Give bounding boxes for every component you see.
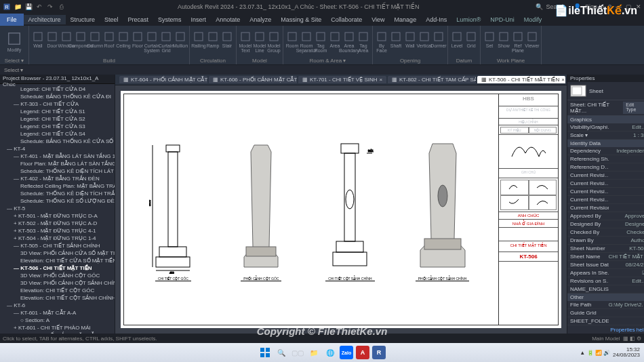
- prop-row[interactable]: Current Revisi…: [567, 188, 644, 196]
- prop-value[interactable]: [609, 310, 645, 316]
- tray-date[interactable]: 24/08/2023: [613, 353, 640, 358]
- ribbon-set[interactable]: Set: [483, 31, 496, 54]
- tree-item[interactable]: + KT-503 - MẶT ĐỨNG TRỤC 4-1: [0, 227, 115, 235]
- tree-item[interactable]: — KT-402 - MẶT BẰNG TRẦN ĐÈN: [0, 175, 115, 182]
- prop-value[interactable]: [609, 318, 645, 324]
- maximize-icon[interactable]: ▢: [626, 3, 632, 10]
- ribbon-wall[interactable]: Wall: [404, 31, 416, 54]
- tree-item[interactable]: Schedule: THỐNG KÊ DIỆN TÍCH TRẦN TẦNG: [0, 190, 115, 197]
- ribbon-by-face[interactable]: By Face: [376, 31, 388, 54]
- tree-item[interactable]: Schedule: BẢNG THỐNG KÊ CỬA ĐI: [0, 93, 115, 100]
- minimize-icon[interactable]: —: [616, 3, 622, 10]
- tree-item[interactable]: Schedule: THỐNG KÊ SỐ LƯỢNG ĐÈN: [0, 197, 115, 205]
- prop-value[interactable]: Approver: [609, 213, 645, 219]
- prop-value[interactable]: Designer: [609, 221, 645, 227]
- tab-collaborate[interactable]: Collaborate: [326, 15, 367, 24]
- prop-row[interactable]: Visibility/Graphi…Edit…: [567, 123, 644, 132]
- drawing-viewport[interactable]: PHỐI CẢNH CỘT GÓC: [234, 138, 288, 281]
- tab-insert[interactable]: Insert: [186, 15, 212, 24]
- taskbar-zalo-icon[interactable]: Zalo: [340, 346, 353, 359]
- tree-item[interactable]: Legend: CHI TIẾT CỬA S4: [0, 130, 115, 138]
- ribbon-grid[interactable]: Grid: [465, 31, 477, 54]
- prop-group[interactable]: Other: [567, 294, 644, 301]
- tree-item[interactable]: 3D View: PHỐI CẢNH CỬA SỔ MẶT TIỀN: [0, 249, 115, 257]
- prop-row[interactable]: Appears In She…☑: [567, 269, 644, 277]
- prop-value[interactable]: Edit…: [609, 124, 645, 130]
- prop-row[interactable]: Referencing Sh…: [567, 155, 644, 163]
- tab-addins[interactable]: Add-Ins: [421, 15, 451, 24]
- properties-help[interactable]: Properties help: [567, 325, 644, 334]
- prop-value[interactable]: [609, 180, 645, 186]
- ribbon-stair[interactable]: Stair: [221, 31, 233, 54]
- tree-item[interactable]: Legend: CHI TIẾT CỬA S3: [0, 123, 115, 130]
- prop-row[interactable]: Scale ▾1 : 30: [567, 132, 644, 140]
- ribbon-viewer[interactable]: Viewer: [526, 31, 538, 54]
- prop-row[interactable]: Sheet Issue Date08/24/23: [567, 261, 644, 269]
- ribbon-vertical[interactable]: Vertical: [418, 31, 430, 54]
- type-selector[interactable]: Sheet: [567, 82, 644, 100]
- ribbon-ref-plane[interactable]: Ref Plane: [512, 31, 524, 54]
- tree-item[interactable]: — KT-506 - CHI TIẾT MẶT TIỀN: [0, 264, 115, 272]
- view-tab[interactable]: ▦KT-604 - PHỐI CẢNH MẶT CẮT B-B×: [119, 76, 207, 83]
- ribbon-component[interactable]: Component: [75, 31, 87, 54]
- ribbon-model-group[interactable]: Model Group: [268, 31, 280, 54]
- ribbon-column[interactable]: Column: [89, 31, 101, 54]
- tree-item[interactable]: — KT-401 - MẶT BẰNG LÁT SÀN TẦNG 1: [0, 153, 115, 160]
- taskbar-explorer-icon[interactable]: 📁: [307, 346, 321, 359]
- prop-value[interactable]: 1 : 30: [609, 132, 645, 138]
- tree-item[interactable]: + KT-501 - MẶT ĐỨNG TRỤC D-A: [0, 212, 115, 220]
- tree-item[interactable]: + KT-502 - MẶT ĐỨNG TRỤC A-D: [0, 220, 115, 227]
- tab-modify[interactable]: Modify: [519, 15, 547, 24]
- prop-value[interactable]: CHI TIẾT MẶT TI…: [609, 254, 645, 260]
- signin-icon[interactable]: 👤: [573, 3, 581, 10]
- prop-row[interactable]: SHEET_FOLDER: [567, 317, 644, 325]
- tree-item[interactable]: 3D View: PHỐI CẢNH CỘT GÓC: [0, 272, 115, 279]
- tab-structure[interactable]: Structure: [66, 15, 100, 24]
- prop-row[interactable]: Revisions on S…Edit…: [567, 277, 644, 285]
- tab-annotate[interactable]: Annotate: [211, 15, 245, 24]
- ribbon-curtain-grid[interactable]: Curtain Grid: [160, 31, 172, 54]
- prop-row[interactable]: Sheet NumberKT-506: [567, 245, 644, 253]
- ribbon-ramp[interactable]: Ramp: [207, 31, 219, 54]
- tab-systems[interactable]: Systems: [153, 15, 186, 24]
- tab-lumion[interactable]: Lumion®: [451, 15, 485, 24]
- open-icon[interactable]: 📁: [14, 3, 22, 11]
- prop-row[interactable]: Referencing D…: [567, 163, 644, 172]
- prop-row[interactable]: Checked ByChecker: [567, 228, 644, 237]
- taskbar-search-icon[interactable]: 🔍: [275, 346, 288, 359]
- ribbon-ceiling[interactable]: Ceiling: [117, 31, 129, 54]
- view-tab[interactable]: ▦KT-701 - CHI TIẾT VỆ SINH×: [298, 76, 386, 83]
- prop-row[interactable]: DependencyIndependent: [567, 147, 644, 155]
- ribbon-floor[interactable]: Floor: [132, 31, 144, 54]
- tab-steel[interactable]: Steel: [100, 15, 123, 24]
- close-icon[interactable]: ✕: [636, 3, 641, 10]
- redo-icon[interactable]: ↷: [46, 3, 54, 11]
- prop-row[interactable]: File PathG:\My Drive\2. C…: [567, 301, 644, 309]
- tab-npd[interactable]: NPD-Uni: [485, 15, 519, 24]
- ribbon-model-text[interactable]: Model Text: [239, 31, 251, 54]
- tree-item[interactable]: Legend: CHI TIẾT CỬA D4: [0, 85, 115, 93]
- drawing-viewport[interactable]: PHỐI CẢNH CỘT SẢNH CHÍNH: [412, 138, 473, 281]
- tree-item[interactable]: + KT-504 - MẶT ĐỨNG TRỤC 1-4: [0, 235, 115, 242]
- tab-manage[interactable]: Manage: [390, 15, 422, 24]
- prop-value[interactable]: G:\My Drive\2. C…: [609, 302, 645, 308]
- tree-item[interactable]: Elevation: CHI TIẾT CỬA SỔ MẶT TIỀN: [0, 257, 115, 264]
- prop-value[interactable]: [609, 205, 645, 211]
- close-tab-icon[interactable]: ×: [380, 77, 383, 83]
- ribbon-model-line[interactable]: Model Line: [254, 31, 266, 54]
- prop-row[interactable]: NAME_ENGLISH: [567, 285, 644, 294]
- tree-item[interactable]: + KT-601 - CHI TIẾT PHÀO MÁI: [0, 324, 115, 331]
- ribbon-mullion[interactable]: Mullion: [174, 31, 186, 54]
- prop-row[interactable]: Current Revision: [567, 204, 644, 212]
- tree-item[interactable]: — KT-601 - MẶT CẮT A-A: [0, 309, 115, 317]
- save-icon[interactable]: 💾: [24, 3, 33, 11]
- prop-value[interactable]: Edit…: [609, 278, 645, 284]
- ribbon-show[interactable]: Show: [498, 31, 510, 54]
- tree-item[interactable]: Elevation: CHI TIẾT CỘT SẢNH CHÍNH: [0, 294, 115, 302]
- tree-item[interactable]: Legend: CHI TIẾT CỬA S1: [0, 108, 115, 115]
- prop-row[interactable]: Sheet NameCHI TIẾT MẶT TI…: [567, 253, 644, 261]
- taskbar-autocad-icon[interactable]: A: [356, 346, 369, 359]
- tree-item[interactable]: — KT-303 - CHI TIẾT CỬA: [0, 100, 115, 108]
- drawing-viewport[interactable]: ĐẦU CỘTCHI TIẾT CỘT SẢNH CHÍNH: [325, 138, 374, 281]
- view-tab[interactable]: ▦KT-606 - PHỐI CẢNH MẶT CẮT C-C×: [209, 76, 297, 83]
